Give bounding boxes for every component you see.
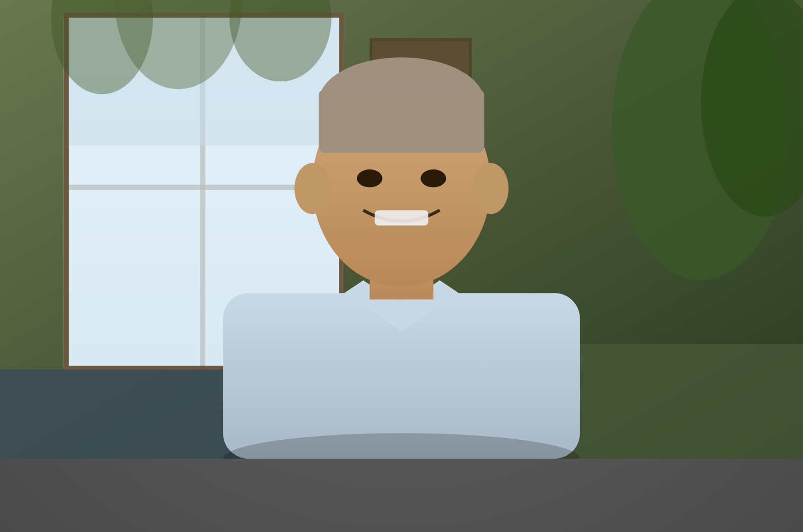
videos-row <box>0 164 803 344</box>
video-scene-right <box>404 173 789 344</box>
svg-rect-49 <box>404 210 428 225</box>
main-content: Camera Raw Decode Quality Use project se… <box>0 0 803 532</box>
video-frame-right <box>404 173 789 344</box>
